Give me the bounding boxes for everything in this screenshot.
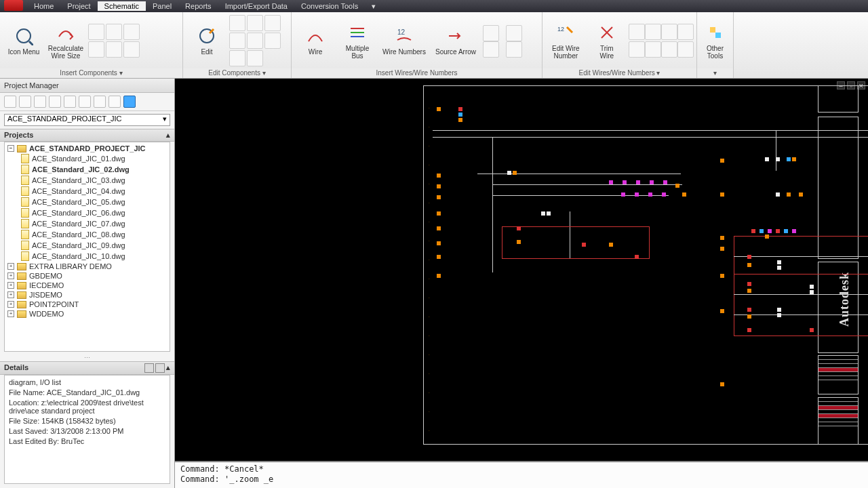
small-btn[interactable] — [506, 25, 522, 41]
expander-icon[interactable]: + — [7, 310, 14, 317]
schematic-component — [776, 192, 780, 197]
small-btn[interactable] — [264, 33, 281, 49]
tree-project-label: EXTRA LIBRARY DEMO — [29, 262, 112, 270]
tab-import-export[interactable]: Import/Export Data — [218, 1, 294, 11]
icon-menu-button[interactable]: Icon Menu — [4, 24, 43, 57]
tree-file[interactable]: ACE_Standard_JIC_10.dwg — [6, 251, 168, 262]
small-btn[interactable] — [247, 33, 263, 49]
recalculate-wire-size-button[interactable]: Recalculate Wire Size — [46, 20, 85, 61]
small-btn[interactable] — [106, 41, 122, 58]
tree-project[interactable]: +JISDEMO — [6, 290, 168, 300]
details-view-button[interactable] — [144, 363, 154, 373]
edit-wire-number-button[interactable]: 12Edit Wire Number — [547, 20, 585, 61]
tree-file[interactable]: ACE_Standard_JIC_01.dwg — [6, 153, 168, 164]
expander-icon[interactable]: + — [7, 263, 14, 270]
small-btn[interactable] — [123, 24, 140, 40]
small-btn[interactable] — [88, 41, 104, 58]
other-tools-button[interactable]: Other Tools — [701, 20, 729, 61]
pm-tool-button[interactable] — [19, 96, 31, 108]
small-btn[interactable] — [483, 41, 499, 58]
rung-marker: · — [429, 163, 430, 167]
dwg-icon — [21, 251, 29, 261]
tab-conversion[interactable]: Conversion Tools — [294, 1, 365, 11]
tree-file[interactable]: ACE_Standard_JIC_08.dwg — [6, 229, 168, 240]
ribbon-group-label[interactable]: ▾ — [697, 68, 733, 78]
tree-file[interactable]: ACE_Standard_JIC_09.dwg — [6, 240, 168, 251]
ribbon-group-label[interactable]: Edit Wires/Wire Numbers ▾ — [542, 68, 696, 78]
small-btn[interactable] — [677, 41, 694, 58]
expander-icon[interactable]: + — [7, 272, 14, 279]
drawing-area[interactable]: – ▫ ✕ Autodesk — [175, 79, 868, 488]
multiple-bus-button[interactable]: Multiple Bus — [338, 20, 377, 61]
tree-project[interactable]: +POINT2POINT — [6, 300, 168, 309]
small-btn[interactable] — [229, 50, 245, 66]
small-btn[interactable] — [661, 41, 677, 58]
expander-icon[interactable]: − — [7, 145, 14, 152]
edit-button[interactable]: Edit — [187, 24, 226, 57]
ribbon-group-label[interactable]: Insert Components ▾ — [0, 68, 182, 78]
small-btn[interactable] — [629, 24, 645, 40]
small-btn[interactable] — [247, 15, 263, 31]
small-btn[interactable] — [106, 24, 122, 40]
schematic-component — [777, 260, 781, 264]
tab-reports[interactable]: Reports — [178, 1, 218, 11]
small-btn[interactable] — [123, 41, 140, 58]
command-line[interactable]: Command: *Cancel* Command: '_.zoom _e — [175, 461, 868, 488]
pm-tool-button[interactable] — [34, 96, 46, 108]
tree-file[interactable]: ACE_Standard_JIC_05.dwg — [6, 197, 168, 207]
small-btn[interactable] — [88, 24, 104, 40]
small-btn[interactable] — [677, 24, 694, 40]
small-btn[interactable] — [629, 41, 645, 58]
wire-button[interactable]: Wire — [296, 24, 335, 57]
pm-tool-button[interactable] — [64, 96, 76, 108]
titleblock-table — [818, 355, 859, 394]
tab-overflow[interactable]: ▾ — [365, 1, 382, 12]
small-btn[interactable] — [645, 41, 661, 58]
trim-wire-button[interactable]: Trim Wire — [588, 20, 627, 61]
tree-project[interactable]: +EXTRA LIBRARY DEMO — [6, 262, 168, 271]
details-location: Location: z:\electrical 2009\test drive\… — [9, 399, 165, 415]
tab-schematic[interactable]: Schematic — [98, 1, 146, 11]
small-btn[interactable] — [483, 25, 499, 41]
tree-file[interactable]: ACE_Standard_JIC_04.dwg — [6, 186, 168, 197]
tree-file[interactable]: ACE_Standard_JIC_06.dwg — [6, 207, 168, 218]
tree-file[interactable]: ACE_Standard_JIC_07.dwg — [6, 218, 168, 229]
expander-icon[interactable]: + — [7, 282, 14, 289]
tree-file[interactable]: ACE_Standard_JIC_03.dwg — [6, 175, 168, 186]
small-btn[interactable] — [229, 33, 245, 49]
wire-numbers-button[interactable]: 12Wire Numbers — [380, 24, 429, 57]
pm-tool-button[interactable] — [49, 96, 61, 108]
ribbon-group-label[interactable]: Edit Components ▾ — [183, 68, 291, 78]
tree-project[interactable]: +IECDEMO — [6, 281, 168, 290]
tab-project[interactable]: Project — [60, 1, 97, 11]
source-arrow-button[interactable]: Source Arrow — [431, 24, 480, 57]
details-section-head[interactable]: Details▴ — [0, 361, 174, 375]
pm-help-button[interactable] — [123, 96, 136, 108]
small-btn[interactable] — [264, 15, 281, 31]
pm-tool-button[interactable] — [94, 96, 106, 108]
tab-panel[interactable]: Panel — [146, 1, 178, 11]
details-view-button[interactable] — [155, 363, 165, 373]
tree-root[interactable]: −ACE_STANDARD_PROJECT_JIC — [6, 144, 168, 153]
tab-home[interactable]: Home — [27, 1, 60, 11]
pm-tool-button[interactable] — [108, 96, 121, 108]
projects-section-head[interactable]: Projects▴ — [0, 129, 174, 142]
small-btn[interactable] — [506, 41, 522, 58]
tree-project[interactable]: +GBDEMO — [6, 271, 168, 281]
small-btn[interactable] — [247, 50, 263, 66]
schematic-component — [792, 229, 796, 233]
rung-marker: · — [429, 201, 430, 205]
project-select[interactable]: ACE_STANDARD_PROJECT_JIC — [4, 114, 170, 126]
expander-icon[interactable]: + — [7, 301, 14, 308]
small-btn[interactable] — [229, 15, 245, 31]
folder-icon — [17, 282, 26, 289]
small-btn[interactable] — [645, 24, 661, 40]
expander-icon[interactable]: + — [7, 291, 14, 298]
tree-file[interactable]: ACE_Standard_JIC_02.dwg — [6, 164, 168, 175]
splitter-grip[interactable]: ⋯ — [0, 354, 174, 361]
pm-tool-button[interactable] — [4, 96, 16, 108]
project-tree[interactable]: −ACE_STANDARD_PROJECT_JIC ACE_Standard_J… — [4, 142, 170, 352]
small-btn[interactable] — [661, 24, 677, 40]
pm-tool-button[interactable] — [79, 96, 91, 108]
tree-project[interactable]: +WDDEMO — [6, 309, 168, 319]
